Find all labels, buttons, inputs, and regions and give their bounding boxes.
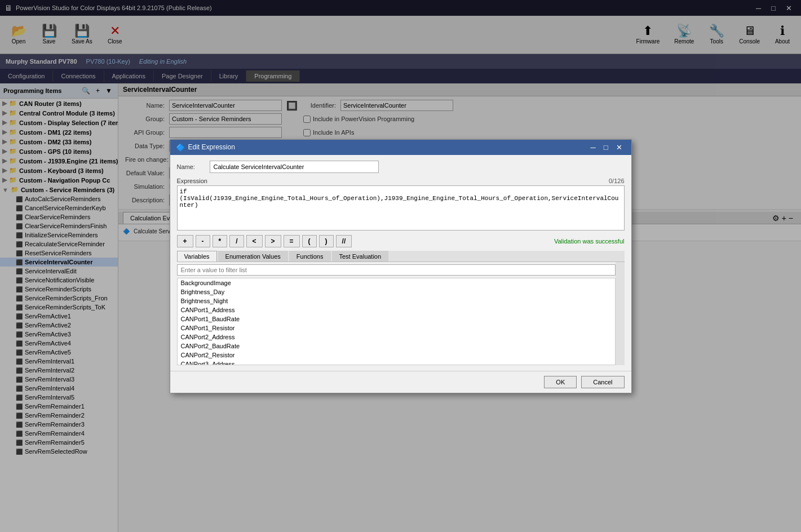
modal-title-left: 🔷 Edit Expression bbox=[176, 143, 235, 152]
modal-title: Edit Expression bbox=[188, 143, 235, 151]
expr-btn-lt[interactable]: < bbox=[246, 235, 263, 247]
expression-header: Expression 0/126 bbox=[177, 178, 625, 184]
modal-overlay: 🔷 Edit Expression ─ □ ✕ Name: Expression… bbox=[0, 0, 801, 532]
expr-btn-gt[interactable]: > bbox=[265, 235, 281, 247]
modal-close-button[interactable]: ✕ bbox=[613, 143, 626, 152]
cancel-button[interactable]: Cancel bbox=[581, 376, 624, 388]
var-list-item[interactable]: BackgroundImage bbox=[178, 278, 615, 287]
expression-label: Expression bbox=[177, 178, 207, 184]
var-panel-main: BackgroundImageBrightness_DayBrightness_… bbox=[177, 262, 616, 365]
var-list-item[interactable]: CANPort2_BaudRate bbox=[178, 342, 615, 351]
modal-title-bar: 🔷 Edit Expression ─ □ ✕ bbox=[170, 140, 631, 155]
var-list-item[interactable]: Brightness_Night bbox=[178, 296, 615, 305]
var-tab-bar: Variables Enumeration Values Functions T… bbox=[177, 251, 625, 262]
expr-btn-minus[interactable]: - bbox=[196, 235, 210, 247]
expr-btn-close-paren[interactable]: ) bbox=[319, 235, 334, 247]
var-filter-input[interactable] bbox=[177, 264, 616, 276]
var-list-item[interactable]: CANPort3_Address bbox=[178, 360, 615, 365]
expr-btn-multiply[interactable]: * bbox=[213, 235, 228, 247]
var-panel: BackgroundImageBrightness_DayBrightness_… bbox=[177, 262, 625, 365]
var-list-item[interactable]: CANPort1_BaudRate bbox=[178, 314, 615, 323]
char-count: 0/126 bbox=[609, 178, 625, 184]
modal-body: Name: Expression 0/126 if (IsValid(J1939… bbox=[170, 155, 631, 371]
var-list-item[interactable]: CANPort1_Address bbox=[178, 305, 615, 314]
modal-title-buttons: ─ □ ✕ bbox=[587, 143, 625, 152]
var-list-item[interactable]: CANPort2_Resistor bbox=[178, 351, 615, 360]
expr-btn-plus[interactable]: + bbox=[177, 235, 193, 247]
var-list-item[interactable]: CANPort1_Resistor bbox=[178, 323, 615, 333]
modal-footer: OK Cancel bbox=[170, 371, 631, 393]
expr-btn-comment[interactable]: // bbox=[336, 235, 352, 247]
var-list-item[interactable]: CANPort2_Address bbox=[178, 333, 615, 342]
var-tab-test-evaluation[interactable]: Test Evaluation bbox=[332, 251, 389, 261]
modal-maximize-button[interactable]: □ bbox=[600, 143, 612, 152]
validation-message: Validation was successful bbox=[554, 238, 625, 245]
expr-buttons: + - * / < > = ( ) // Validation was succ… bbox=[177, 235, 625, 247]
modal-name-row: Name: bbox=[177, 161, 625, 173]
expr-btn-eq[interactable]: = bbox=[284, 235, 300, 247]
expr-btn-open-paren[interactable]: ( bbox=[302, 235, 317, 247]
var-list: BackgroundImageBrightness_DayBrightness_… bbox=[177, 278, 616, 365]
var-list-scrollbar[interactable] bbox=[616, 262, 625, 365]
var-tab-variables[interactable]: Variables bbox=[177, 251, 217, 261]
expr-btn-divide[interactable]: / bbox=[229, 235, 244, 247]
modal-minimize-button[interactable]: ─ bbox=[587, 143, 599, 152]
edit-expression-modal: 🔷 Edit Expression ─ □ ✕ Name: Expression… bbox=[170, 139, 632, 393]
var-tab-enumeration[interactable]: Enumeration Values bbox=[218, 251, 288, 261]
ok-button[interactable]: OK bbox=[544, 376, 577, 388]
var-list-item[interactable]: Brightness_Day bbox=[178, 287, 615, 296]
modal-title-icon: 🔷 bbox=[176, 143, 185, 152]
var-tab-functions[interactable]: Functions bbox=[289, 251, 331, 261]
modal-name-input[interactable] bbox=[210, 161, 379, 173]
expression-textarea[interactable]: if (IsValid(J1939_Engine_Engine_Total_Ho… bbox=[177, 185, 625, 230]
modal-name-label: Name: bbox=[177, 163, 205, 170]
